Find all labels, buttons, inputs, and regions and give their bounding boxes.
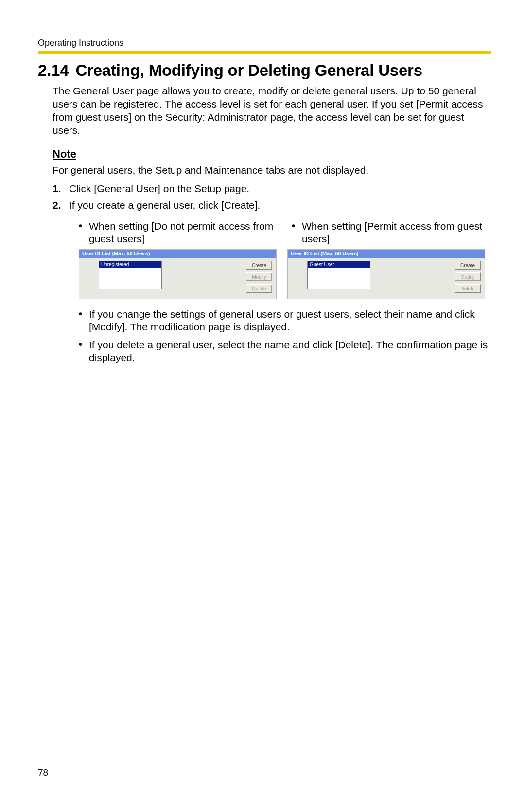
note-body: For general users, the Setup and Mainten… [52,164,491,176]
user-id-list-panel-right: User ID List (Max. 50 Users) Guest User … [287,249,485,299]
create-button[interactable]: Create [246,261,272,270]
running-header: Operating Instructions [38,38,491,48]
step-number: 2. [52,199,63,211]
bullet-icon: • [79,339,82,364]
section-number: 2.14 [38,61,69,80]
panel-title: User ID List (Max. 50 Users) [288,250,485,258]
bullet-text: If you delete a general user, select the… [89,339,491,364]
bullet-text: If you change the settings of general us… [89,308,491,334]
modify-button[interactable]: Modify [455,272,481,281]
step-text: Click [General User] on the Setup page. [69,183,249,195]
delete-button[interactable]: Delete [455,284,481,293]
list-item[interactable]: Unregistered [99,261,161,268]
page-number: 78 [38,767,48,778]
step-text: If you create a general user, click [Cre… [69,199,260,211]
panel-body: Unregistered Create Modify Delete [79,258,276,299]
bullet-icon: • [292,220,295,246]
user-id-listbox[interactable]: Guest User [307,261,370,289]
note-heading: Note [52,148,491,161]
ui-panels-row: User ID List (Max. 50 Users) Unregistere… [79,249,485,299]
intro-paragraph: The General User page allows you to crea… [52,85,491,137]
user-id-listbox[interactable]: Unregistered [99,261,162,289]
document-page: Operating Instructions 2.14 Creating, Mo… [0,0,525,812]
header-rule [38,51,491,54]
step-2: 2. If you create a general user, click [… [52,199,491,211]
scenario-right-text: When setting [Permit access from guest u… [302,220,491,246]
delete-button[interactable]: Delete [246,284,272,293]
post-bullet-2: • If you delete a general user, select t… [79,339,491,364]
ordered-steps: 1. Click [General User] on the Setup pag… [52,183,491,211]
button-column: Create Modify Delete [455,261,481,293]
user-id-list-panel-left: User ID List (Max. 50 Users) Unregistere… [79,249,277,299]
list-item[interactable]: Guest User [308,261,370,268]
panel-title: User ID List (Max. 50 Users) [79,250,276,258]
modify-button[interactable]: Modify [246,272,272,281]
scenario-right: • When setting [Permit access from guest… [292,220,491,246]
panel-body: Guest User Create Modify Delete [288,258,485,299]
section-title: Creating, Modifying or Deleting General … [75,61,422,80]
bullet-icon: • [79,220,82,246]
scenario-left: • When setting [Do not permit access fro… [79,220,278,246]
step-number: 1. [52,183,63,195]
section-heading: 2.14 Creating, Modifying or Deleting Gen… [38,61,491,80]
post-bullet-1: • If you change the settings of general … [79,308,491,334]
scenario-labels-row: • When setting [Do not permit access fro… [79,220,491,246]
scenario-left-text: When setting [Do not permit access from … [89,220,278,246]
create-button[interactable]: Create [455,261,481,270]
button-column: Create Modify Delete [246,261,272,293]
bullet-icon: • [79,308,82,334]
step-1: 1. Click [General User] on the Setup pag… [52,183,491,195]
post-bullets: • If you change the settings of general … [79,308,491,364]
